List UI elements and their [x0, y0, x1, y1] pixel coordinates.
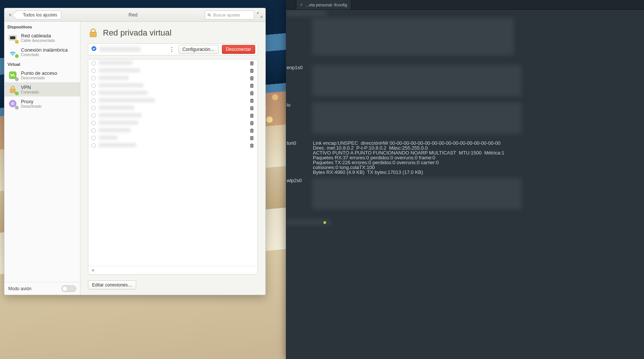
network-settings-window: × Todos los ajustes Red Dispositivos	[4, 8, 266, 295]
tab-title: …eta personal: ifconfig	[305, 3, 347, 7]
vpn-row-name-obscured	[99, 67, 246, 74]
window-maximize-button[interactable]	[256, 12, 263, 18]
vpn-row[interactable]	[88, 112, 257, 119]
trash-icon[interactable]	[249, 98, 254, 103]
vpn-row-radio[interactable]	[91, 68, 96, 73]
vpn-row-name-obscured	[99, 127, 246, 134]
trash-icon[interactable]	[249, 61, 254, 66]
svg-point-0	[208, 13, 210, 15]
vpn-row-radio[interactable]	[91, 61, 96, 65]
sidebar-item-label: Red cableada	[21, 33, 55, 39]
vpn-row-name-obscured	[99, 135, 246, 141]
vpn-row-radio[interactable]	[91, 128, 96, 133]
vpn-row-radio[interactable]	[91, 91, 96, 95]
svg-rect-3	[10, 36, 15, 39]
trash-icon[interactable]	[249, 143, 254, 148]
configure-button[interactable]: Configuración…	[178, 45, 219, 54]
search-icon	[207, 13, 211, 17]
vpn-row-name-obscured	[99, 142, 246, 149]
terminal-tab[interactable]: × …eta personal: ifconfig	[296, 0, 351, 9]
trash-icon[interactable]	[249, 68, 254, 73]
sidebar-group-devices: Dispositivos	[4, 22, 80, 31]
search-settings-field[interactable]	[205, 10, 254, 19]
terminal-text: tun0	[287, 140, 296, 147]
back-label: Todos los ajustes	[23, 12, 57, 18]
back-to-all-settings-button[interactable]: Todos los ajustes	[16, 10, 61, 19]
trash-icon[interactable]	[249, 113, 254, 118]
terminal-tabbar: × …eta personal: ifconfig	[286, 0, 644, 10]
check-icon	[91, 46, 97, 53]
trash-icon[interactable]	[249, 90, 254, 96]
vpn-row[interactable]	[88, 119, 257, 127]
redacted-block	[312, 178, 522, 209]
vpn-row-radio[interactable]	[91, 143, 96, 148]
tab-close-button[interactable]: ×	[300, 2, 303, 7]
add-connection-button[interactable]: +	[88, 266, 257, 274]
sidebar-item-sub: Desactivado	[21, 104, 42, 108]
terminal-output[interactable]: enp1s0lotun0wlp2s0Link encap:UNSPEC dire…	[286, 10, 644, 359]
vpn-row[interactable]	[88, 97, 257, 104]
sidebar-group-virtual: Virtual	[4, 59, 80, 68]
wifi-icon	[7, 47, 18, 57]
vpn-row-name-obscured	[99, 105, 246, 111]
airplane-mode-row: Modo avión	[4, 282, 80, 295]
vpn-row-radio[interactable]	[91, 83, 96, 88]
sidebar-item-wired[interactable]: Red cableada Cable desconectado	[4, 31, 80, 45]
sidebar-item-hotspot[interactable]: Punto de acceso Desconectado	[4, 68, 80, 82]
trash-icon[interactable]	[249, 135, 254, 141]
redacted-block	[312, 65, 522, 96]
disconnect-button[interactable]: Desconectar	[222, 45, 255, 54]
hotspot-icon	[7, 70, 18, 80]
vpn-row[interactable]	[88, 82, 257, 89]
vpn-row-name-obscured	[99, 97, 246, 104]
vpn-row-radio[interactable]	[91, 121, 96, 125]
sidebar-item-label: Conexión inalámbrica	[21, 47, 68, 53]
active-vpn-row: ⋮ Configuración… Desconectar	[88, 43, 258, 55]
vpn-row[interactable]	[88, 142, 257, 149]
svg-rect-6	[10, 89, 15, 93]
sidebar-item-label: Proxy	[21, 99, 42, 104]
vpn-row-radio[interactable]	[91, 136, 96, 140]
trash-icon[interactable]	[249, 83, 254, 88]
airplane-mode-label: Modo avión	[8, 286, 31, 291]
vpn-row[interactable]	[88, 127, 257, 134]
vpn-row-name-obscured	[99, 112, 246, 119]
vpn-row-name-obscured	[99, 90, 246, 96]
window-title: Red	[64, 12, 202, 18]
new-tab-button[interactable]	[286, 0, 296, 9]
terminal-text: enp1s0	[287, 64, 303, 71]
trash-icon[interactable]	[249, 105, 254, 111]
vpn-row[interactable]	[88, 134, 257, 142]
vpn-row-radio[interactable]	[91, 106, 96, 110]
vpn-row-name-obscured	[99, 120, 246, 126]
vpn-menu-button[interactable]: ⋮	[168, 46, 176, 53]
vpn-row[interactable]	[88, 67, 257, 74]
page-title: Red privada virtual	[103, 28, 171, 38]
vpn-row-radio[interactable]	[91, 113, 96, 118]
vpn-row[interactable]	[88, 59, 257, 67]
trash-icon[interactable]	[249, 76, 254, 81]
vpn-row[interactable]	[88, 89, 257, 97]
vpn-row-radio[interactable]	[91, 98, 96, 103]
sidebar-item-wifi[interactable]: Conexión inalámbrica Conectado	[4, 45, 80, 59]
vpn-row[interactable]	[88, 74, 257, 82]
lock-icon	[88, 28, 98, 38]
trash-icon[interactable]	[249, 128, 254, 133]
network-sidebar: Dispositivos Red cableada Cable desconec…	[4, 22, 80, 295]
vpn-row-radio[interactable]	[91, 76, 96, 80]
vpn-row[interactable]	[88, 104, 257, 112]
vpn-row-name-obscured	[99, 82, 246, 89]
terminal-text: wlp2s0	[287, 177, 302, 184]
sidebar-item-label: Punto de acceso	[21, 70, 57, 76]
edit-connections-button[interactable]: Editar conexiones…	[88, 280, 136, 289]
sidebar-item-vpn[interactable]: VPN Conectado	[4, 82, 80, 96]
redacted-block	[312, 102, 522, 134]
search-input[interactable]	[213, 13, 251, 17]
redacted-block	[312, 18, 514, 55]
airplane-mode-switch[interactable]	[61, 285, 76, 292]
trash-icon[interactable]	[249, 120, 254, 126]
sidebar-item-sub: Desconectado	[21, 76, 57, 80]
sidebar-item-sub: Conectado	[21, 90, 39, 94]
terminal-text: lo	[287, 102, 290, 108]
sidebar-item-proxy[interactable]: Proxy Desactivado	[4, 96, 80, 111]
